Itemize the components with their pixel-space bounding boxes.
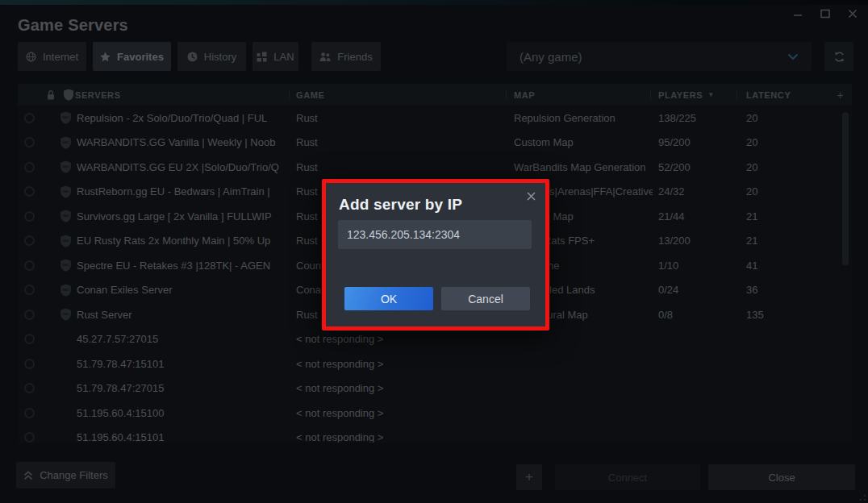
dialog-close-button[interactable] [523,188,539,204]
cancel-button[interactable]: Cancel [441,287,530,310]
server-ip-input[interactable] [338,220,532,249]
add-server-dialog: Add server by IP OK Cancel [326,183,545,326]
dialog-title: Add server by IP [339,196,462,214]
game-servers-window: Game Servers Internet Favorites History … [0,0,868,503]
ok-button[interactable]: OK [344,287,433,310]
annotation-highlight: Add server by IP OK Cancel [322,179,549,330]
close-icon [527,192,536,201]
